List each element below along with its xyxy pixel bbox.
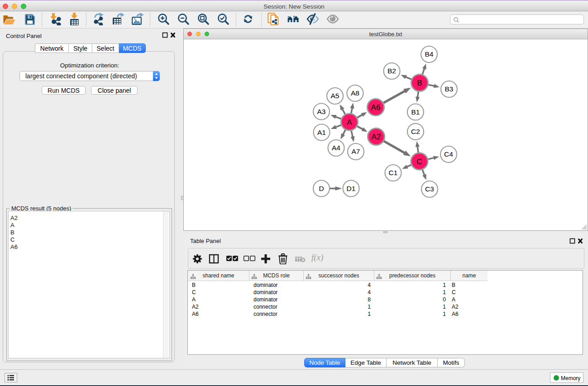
svg-text:C: C xyxy=(416,157,422,166)
svg-text:C1: C1 xyxy=(389,169,398,176)
svg-text:A6: A6 xyxy=(371,103,381,112)
svg-text:D: D xyxy=(319,185,324,192)
svg-text:A4: A4 xyxy=(332,144,340,152)
svg-text:A8: A8 xyxy=(351,89,359,97)
svg-text:C4: C4 xyxy=(444,150,453,158)
svg-text:B1: B1 xyxy=(411,108,420,116)
svg-text:A5: A5 xyxy=(331,92,339,100)
svg-text:A7: A7 xyxy=(352,148,360,155)
svg-text:B3: B3 xyxy=(445,85,454,93)
svg-text:B2: B2 xyxy=(387,67,396,75)
svg-text:A1: A1 xyxy=(317,129,326,136)
svg-text:A: A xyxy=(347,118,352,127)
svg-text:C3: C3 xyxy=(425,185,434,193)
svg-text:A3: A3 xyxy=(317,108,326,115)
svg-text:B4: B4 xyxy=(425,50,434,58)
svg-text:D1: D1 xyxy=(347,185,356,192)
svg-text:A2: A2 xyxy=(372,133,381,141)
svg-text:C2: C2 xyxy=(411,128,420,135)
svg-text:B: B xyxy=(417,79,422,87)
